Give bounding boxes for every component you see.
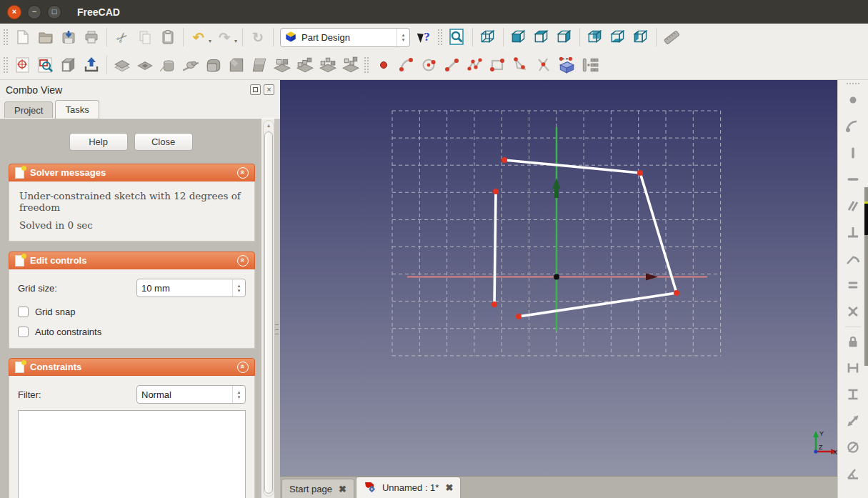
copy-button[interactable]	[134, 25, 156, 49]
sketch-line[interactable]	[519, 293, 677, 317]
open-document-button[interactable]	[34, 25, 57, 49]
create-arc-button[interactable]	[395, 53, 418, 77]
scrollbar-thumb[interactable]	[264, 131, 273, 494]
constrain-lock-button[interactable]	[843, 332, 863, 352]
constraints-list[interactable]	[18, 410, 246, 498]
edit-sketch-button[interactable]	[34, 53, 57, 77]
groove-button[interactable]	[179, 53, 202, 77]
sketch-line[interactable]	[494, 191, 496, 304]
tasks-scrollbar[interactable]: ▴	[263, 120, 274, 497]
constrain-horizontal-distance-button[interactable]	[843, 359, 863, 379]
create-rectangle-button[interactable]	[487, 53, 509, 77]
panel-splitter[interactable]	[274, 119, 280, 498]
constrain-radius-button[interactable]	[843, 438, 863, 458]
window-minimize-button[interactable]: −	[27, 5, 41, 19]
constraints-filter-select[interactable]: Normal ▴▾	[136, 385, 246, 404]
create-point-button[interactable]	[372, 53, 395, 77]
draft-feature-button[interactable]	[248, 53, 271, 77]
rear-view-button[interactable]	[584, 25, 607, 49]
new-document-button[interactable]	[11, 25, 34, 49]
edit-controls-header[interactable]: Edit controls «	[9, 252, 255, 269]
front-view-button[interactable]	[507, 25, 530, 49]
fit-all-button[interactable]	[446, 25, 469, 49]
revolution-button[interactable]	[156, 53, 179, 77]
left-view-button[interactable]	[629, 25, 652, 49]
panel-float-button[interactable]	[250, 84, 261, 95]
constrain-tangent-button[interactable]	[843, 249, 863, 269]
sketch-line[interactable]	[640, 173, 677, 293]
undo-dropdown-arrow[interactable]: ▾	[209, 38, 211, 44]
measure-distance-button[interactable]	[660, 25, 683, 49]
pocket-button[interactable]	[134, 53, 156, 77]
create-fillet-button[interactable]	[509, 53, 532, 77]
linear-pattern-button[interactable]	[294, 53, 316, 77]
print-button[interactable]	[80, 25, 103, 49]
3d-viewport[interactable]: YZX	[280, 80, 837, 476]
redo-button[interactable]: ↷	[213, 25, 236, 49]
create-line-button[interactable]	[441, 53, 464, 77]
cut-button[interactable]: ✂	[111, 25, 134, 49]
close-tab-icon[interactable]: ✖	[445, 483, 453, 492]
collapse-icon[interactable]: «	[237, 362, 249, 373]
scrollbar-up-arrow[interactable]: ▴	[264, 122, 274, 129]
save-document-button[interactable]	[57, 25, 80, 49]
toolbar-drag-handle[interactable]	[847, 83, 859, 86]
constrain-parallel-button[interactable]	[843, 196, 863, 216]
external-geometry-button[interactable]	[555, 53, 578, 77]
trim-edge-button[interactable]	[532, 53, 555, 77]
sketch-line[interactable]	[504, 160, 640, 173]
toolbar-drag-handle[interactable]	[4, 29, 8, 45]
refresh-button[interactable]: ↻	[246, 25, 269, 49]
constrain-vertical-button[interactable]	[843, 144, 863, 164]
collapse-icon[interactable]: «	[237, 167, 249, 179]
paste-button[interactable]	[156, 25, 179, 49]
mirrored-button[interactable]	[271, 53, 294, 77]
constrain-point-on-object-button[interactable]	[843, 117, 863, 137]
axonometric-view-button[interactable]	[477, 25, 499, 49]
redo-dropdown-arrow[interactable]: ▾	[234, 38, 237, 44]
grid-size-spinbox[interactable]: 10 mm ▴▾	[136, 279, 246, 297]
top-view-button[interactable]	[530, 25, 553, 49]
constrain-equal-button[interactable]	[843, 276, 863, 296]
leave-sketch-button[interactable]	[80, 53, 103, 77]
window-maximize-button[interactable]: □	[47, 5, 61, 19]
workbench-selector[interactable]: Part Design ▴▾	[280, 28, 410, 47]
sketch-point[interactable]	[492, 302, 497, 307]
auto-constraints-checkbox[interactable]	[18, 327, 29, 337]
whats-this-button[interactable]: ?	[413, 25, 436, 49]
window-close-button[interactable]: ×	[7, 5, 21, 19]
constrain-coincident-button[interactable]	[843, 91, 863, 111]
sketch-point[interactable]	[502, 157, 507, 163]
grid-size-spinner[interactable]: ▴▾	[232, 279, 245, 297]
constraints-header[interactable]: Constraints «	[9, 358, 255, 376]
toggle-construction-button[interactable]	[578, 53, 601, 77]
pad-button[interactable]	[111, 53, 134, 77]
chamfer-feature-button[interactable]	[225, 53, 248, 77]
map-sketch-button[interactable]	[57, 53, 80, 77]
solver-messages-header[interactable]: Solver messages «	[9, 164, 255, 181]
create-circle-button[interactable]	[418, 53, 441, 77]
workbench-spinner[interactable]: ▴▾	[396, 29, 409, 46]
close-button[interactable]: Close	[134, 133, 193, 151]
sketch-point[interactable]	[516, 314, 522, 319]
bottom-view-button[interactable]	[607, 25, 629, 49]
grid-snap-checkbox[interactable]	[18, 307, 29, 317]
collapse-icon[interactable]: «	[237, 255, 249, 267]
undo-button[interactable]: ↶	[187, 25, 210, 49]
panel-close-button[interactable]: ×	[264, 84, 274, 95]
right-view-button[interactable]	[553, 25, 576, 49]
toolbar-drag-handle[interactable]	[4, 57, 8, 73]
constrain-symmetric-button[interactable]	[843, 302, 863, 322]
tab-start-page[interactable]: Start page ✖	[281, 479, 354, 498]
filter-spinner[interactable]: ▴▾	[232, 386, 245, 403]
polar-pattern-button[interactable]	[316, 53, 339, 77]
constrain-horizontal-button[interactable]	[843, 170, 863, 190]
close-tab-icon[interactable]: ✖	[339, 484, 346, 494]
sketch-point[interactable]	[493, 189, 499, 194]
origin-point[interactable]	[554, 274, 559, 280]
help-button[interactable]: Help	[69, 133, 128, 151]
new-sketch-button[interactable]	[11, 53, 34, 77]
constrain-angle-button[interactable]	[843, 464, 863, 484]
create-polyline-button[interactable]	[464, 53, 487, 77]
constrain-perpendicular-button[interactable]	[843, 223, 863, 243]
